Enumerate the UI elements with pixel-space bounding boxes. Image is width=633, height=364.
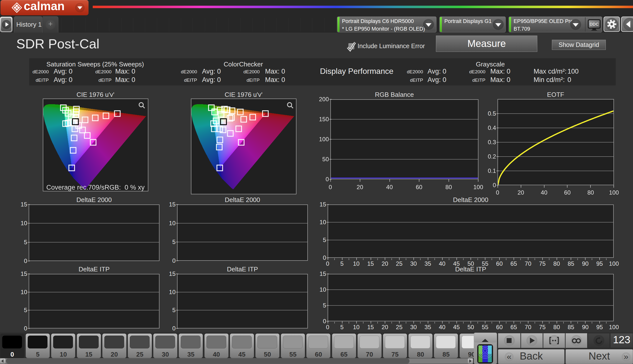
svg-text:DDC: DDC (590, 22, 599, 27)
